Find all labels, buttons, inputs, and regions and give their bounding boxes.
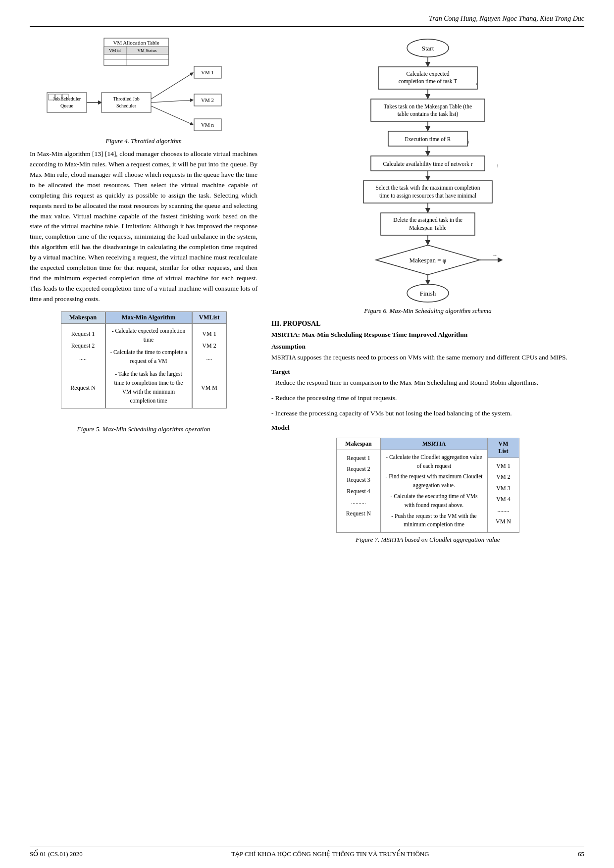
list-item: VM 2 xyxy=(197,341,222,351)
list-item: VM 2 xyxy=(492,472,515,482)
msrtia-subheading: MSRTIA: Max-Min Scheduling Response Time… xyxy=(271,331,584,339)
left-column: VM Allocation Table VM id VM Status Job … xyxy=(30,36,257,547)
assumption-heading: Assumption xyxy=(271,343,584,351)
section3-heading: III. PROPOSAL xyxy=(271,320,584,328)
list-item: Request 2 xyxy=(341,464,376,474)
fig7-header-makespan: Makespan xyxy=(337,438,380,450)
fig5-col-makespan: Makespan Request 1 Request 2 ..... Reque… xyxy=(61,311,105,409)
figure5-table: Makespan Request 1 Request 2 ..... Reque… xyxy=(61,311,227,409)
page: Tran Cong Hung, Nguyen Ngoc Thang, Kieu … xyxy=(0,0,614,868)
list-item: VM 3 xyxy=(492,483,515,493)
svg-rect-6 xyxy=(104,54,126,59)
svg-rect-8 xyxy=(104,59,126,65)
svg-line-20 xyxy=(151,73,193,99)
svg-text:Delete the assigned task in th: Delete the assigned task in the xyxy=(393,217,462,223)
figure7-container: Makespan Request 1 Request 2 Request 3 R… xyxy=(271,438,584,544)
svg-rect-37 xyxy=(371,99,485,121)
svg-text:Start: Start xyxy=(422,45,434,52)
svg-line-22 xyxy=(151,106,193,125)
header-authors: Tran Cong Hung, Nguyen Ngoc Thang, Kieu … xyxy=(429,15,584,23)
svg-text:VM n: VM n xyxy=(201,122,214,128)
svg-text:Makespan Table: Makespan Table xyxy=(409,225,446,231)
list-item: - Calculate the executing time of VMs wi… xyxy=(385,492,483,510)
list-item: ..... xyxy=(65,353,101,363)
fig5-arrows-note xyxy=(30,410,257,422)
list-item: - Push the request to the VM with the mi… xyxy=(385,512,483,530)
svg-rect-9 xyxy=(126,59,168,65)
list-item: - Calculate expected completion time xyxy=(110,327,188,345)
fig7-col-msrtia: MSRTIA - Calculate the Cloudlet aggregat… xyxy=(381,438,487,533)
svg-text:time to assign resources that : time to assign resources that have minim… xyxy=(379,193,476,199)
target-text3: - Increase the processing capacity of VM… xyxy=(271,408,584,419)
model-heading: Model xyxy=(271,424,584,432)
svg-text:i: i xyxy=(497,163,499,168)
figure4-caption: Figure 4. Throttled algorithm xyxy=(30,137,257,145)
svg-text:VM Status: VM Status xyxy=(138,48,157,53)
target-text1: - Reduce the respond time in comparison … xyxy=(271,378,584,388)
svg-text:Calculate availability time of: Calculate availability time of network r xyxy=(383,161,472,167)
page-footer: SỐ 01 (CS.01) 2020 TẠP CHÍ KHOA HỌC CÔNG… xyxy=(30,847,584,858)
figure6-container: Start Calculate expected completion time… xyxy=(271,36,584,315)
list-item: - Calculate the time to complete a reque… xyxy=(110,348,188,366)
figure6-diagram: Start Calculate expected completion time… xyxy=(339,36,517,303)
svg-text:VM Allocation Table: VM Allocation Table xyxy=(113,40,159,46)
figure7-table: Makespan Request 1 Request 2 Request 3 R… xyxy=(336,438,519,533)
list-item: - Find the request with maximum Cloudlet… xyxy=(385,472,483,490)
list-item: VM 1 xyxy=(197,329,222,339)
footer-left: SỐ 01 (CS.01) 2020 xyxy=(30,850,83,858)
svg-text:Makespan = φ: Makespan = φ xyxy=(409,256,447,264)
figure5-caption: Figure 5. Max-Min Scheduling algorithm o… xyxy=(30,425,257,433)
svg-text:VM 2: VM 2 xyxy=(201,97,214,103)
right-column: Start Calculate expected completion time… xyxy=(271,36,584,547)
fig5-header-vmlist: VMList xyxy=(193,312,226,324)
svg-rect-53 xyxy=(381,213,475,235)
svg-text:→: → xyxy=(492,252,498,258)
svg-text:Select the task with the maxim: Select the task with the maximum complet… xyxy=(376,185,480,191)
svg-text:completion time of task T: completion time of task T xyxy=(399,78,458,85)
list-item: .......... xyxy=(341,497,376,507)
figure7-caption: Figure 7. MSRTIA based on Cloudlet aggre… xyxy=(271,536,584,544)
footer-right: 65 xyxy=(578,850,584,858)
list-item: .... xyxy=(197,353,222,363)
list-item: VM N xyxy=(492,516,515,526)
footer-center: TẠP CHÍ KHOA HỌC CÔNG NGHỆ THÔNG TIN VÀ … xyxy=(231,850,429,858)
target-heading: Target xyxy=(271,368,584,376)
list-item: VM 1 xyxy=(492,461,515,471)
svg-rect-7 xyxy=(126,54,168,59)
list-item: ........ xyxy=(492,505,515,515)
svg-text:Scheduler: Scheduler xyxy=(116,103,137,108)
list-item: Request 4 xyxy=(341,486,376,496)
svg-text:table contains the task list): table contains the task list) xyxy=(398,111,459,117)
list-item: VM M xyxy=(197,383,222,393)
fig5-header-makespan: Makespan xyxy=(61,312,105,324)
fig7-body-msrtia: - Calculate the Cloudlet aggregation val… xyxy=(381,450,487,533)
fig7-body-makespan: Request 1 Request 2 Request 3 Request 4 … xyxy=(337,450,380,521)
svg-text:VM 1: VM 1 xyxy=(201,69,214,75)
header: Tran Cong Hung, Nguyen Ngoc Thang, Kieu … xyxy=(30,15,584,27)
target-text2: - Reduce the processing time of input re… xyxy=(271,393,584,404)
svg-rect-17 xyxy=(102,93,151,112)
fig7-col-makespan: Makespan Request 1 Request 2 Request 3 R… xyxy=(336,438,381,533)
list-item: Request 2 xyxy=(65,341,101,351)
svg-text:Queue: Queue xyxy=(60,103,74,108)
fig7-header-vmlist: VMList xyxy=(488,438,519,458)
figure5-container: Makespan Request 1 Request 2 ..... Reque… xyxy=(30,311,257,423)
body-text-maxmin: In Max-Min algorithm [13] [14], cloud ma… xyxy=(30,149,257,305)
fig5-body-makespan: Request 1 Request 2 ..... Request N xyxy=(61,324,105,396)
fig7-body-vmlist: VM 1 VM 2 VM 3 VM 4 ........ VM N xyxy=(488,458,519,529)
fig7-col-vmlist: VMList VM 1 VM 2 VM 3 VM 4 ........ VM N xyxy=(487,438,519,533)
svg-rect-10 xyxy=(47,93,87,112)
svg-text:Job Scheduler: Job Scheduler xyxy=(53,96,81,102)
list-item: - Calculate the Cloudlet aggregation val… xyxy=(385,453,483,471)
fig5-arrows-svg xyxy=(59,410,228,420)
svg-text:VM id: VM id xyxy=(109,48,121,53)
fig5-body-maxmin: - Calculate expected completion time - C… xyxy=(106,324,192,408)
main-content: VM Allocation Table VM id VM Status Job … xyxy=(30,36,584,547)
figure4-container: VM Allocation Table VM id VM Status Job … xyxy=(30,36,257,134)
assumption-text: MSRTIA supposes the requests need to pro… xyxy=(271,353,584,363)
fig7-header-msrtia: MSRTIA xyxy=(381,438,487,450)
fig5-col-vmlist: VMList VM 1 VM 2 .... VM M xyxy=(192,311,227,409)
svg-text:Execution time of R: Execution time of R xyxy=(405,136,451,142)
list-item: Request 1 xyxy=(341,453,376,463)
svg-text:Calculate expected: Calculate expected xyxy=(406,71,449,77)
